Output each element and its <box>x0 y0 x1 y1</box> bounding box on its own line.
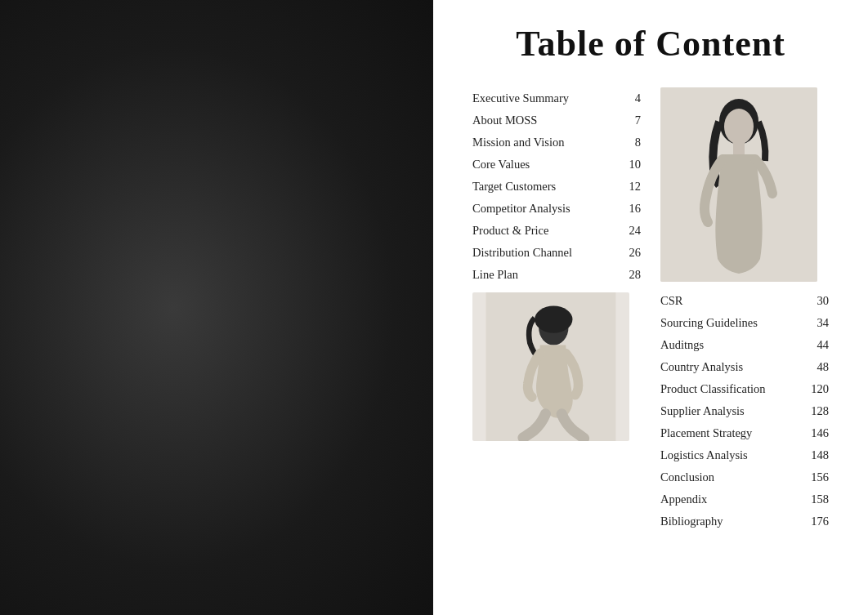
toc-entry: Logistics Analysis 148 <box>660 444 829 466</box>
top-right-photo <box>660 87 817 282</box>
content-area: Executive Summary 4 About MOSS 7 Mission… <box>472 87 829 533</box>
toc-entry: Country Analysis 48 <box>660 356 829 378</box>
toc-entry-page: 156 <box>804 470 829 484</box>
svg-point-2 <box>535 306 572 333</box>
toc-entry: Auditngs 44 <box>660 334 829 356</box>
toc-entry-name: Product Classification <box>660 382 804 396</box>
toc-entry-page: 146 <box>804 426 829 440</box>
toc-entry-name: Target Customers <box>472 180 616 194</box>
toc-entry: Target Customers 12 <box>472 176 641 198</box>
toc-entry: Product Classification 120 <box>660 378 829 400</box>
bottom-photo <box>472 292 629 441</box>
toc-entry-page: 8 <box>616 136 641 149</box>
toc-right-entries: CSR 30 Sourcing Guidelines 34 Auditngs 4… <box>660 290 829 533</box>
svg-rect-6 <box>733 143 745 154</box>
toc-entry: Bibliography 176 <box>660 510 829 533</box>
toc-entry: Executive Summary 4 <box>472 87 641 109</box>
toc-entry-name: Competitor Analysis <box>472 202 616 216</box>
toc-entry-name: Supplier Analysis <box>660 404 804 418</box>
toc-entry-name: Executive Summary <box>472 91 616 105</box>
toc-entry: CSR 30 <box>660 290 829 312</box>
toc-entry-name: Core Values <box>472 158 616 172</box>
toc-entry-name: Mission and Vision <box>472 136 616 149</box>
toc-entry-page: 10 <box>616 158 641 172</box>
toc-entry-name: Sourcing Guidelines <box>660 316 804 330</box>
toc-entry-page: 48 <box>804 360 829 374</box>
toc-entry-page: 16 <box>616 202 641 216</box>
toc-entry-page: 176 <box>804 515 829 528</box>
toc-entry: Conclusion 156 <box>660 466 829 488</box>
toc-entry-name: Product & Price <box>472 224 616 238</box>
toc-right-column: CSR 30 Sourcing Guidelines 34 Auditngs 4… <box>660 87 829 533</box>
toc-entry: Placement Strategy 146 <box>660 422 829 444</box>
toc-entry-name: Logistics Analysis <box>660 448 804 462</box>
toc-entry-page: 30 <box>804 294 829 308</box>
toc-entry-page: 34 <box>804 316 829 330</box>
toc-entry-name: Distribution Channel <box>472 246 616 260</box>
toc-entry-page: 148 <box>804 448 829 462</box>
toc-entry-page: 12 <box>616 180 641 194</box>
toc-entry: Competitor Analysis 16 <box>472 198 641 220</box>
left-image-panel <box>0 0 433 615</box>
right-content-panel: Table of Content Executive Summary 4 Abo… <box>433 0 868 615</box>
toc-entry-page: 24 <box>616 224 641 238</box>
toc-entry: Core Values 10 <box>472 154 641 176</box>
toc-entry-name: Bibliography <box>660 515 804 528</box>
toc-entry: Appendix 158 <box>660 488 829 510</box>
toc-entry: Distribution Channel 26 <box>472 242 641 264</box>
toc-entry: Sourcing Guidelines 34 <box>660 312 829 334</box>
page-title: Table of Content <box>472 23 829 65</box>
toc-entry-name: Country Analysis <box>660 360 804 374</box>
toc-entry-page: 128 <box>804 404 829 418</box>
svg-point-5 <box>724 109 754 145</box>
toc-entry-page: 26 <box>616 246 641 260</box>
toc-entry-name: Conclusion <box>660 470 804 484</box>
toc-entry: Line Plan 28 <box>472 264 641 286</box>
toc-left-entries: Executive Summary 4 About MOSS 7 Mission… <box>472 87 641 286</box>
toc-entry: Product & Price 24 <box>472 220 641 242</box>
toc-entry-page: 120 <box>804 382 829 396</box>
toc-entry-name: CSR <box>660 294 804 308</box>
toc-entry-page: 158 <box>804 492 829 506</box>
toc-entry: About MOSS 7 <box>472 109 641 131</box>
toc-entry-page: 4 <box>616 91 641 105</box>
toc-entry-page: 44 <box>804 338 829 352</box>
toc-entry-page: 28 <box>616 268 641 282</box>
toc-left-column: Executive Summary 4 About MOSS 7 Mission… <box>472 87 641 533</box>
toc-entry-name: About MOSS <box>472 114 616 127</box>
toc-entry-name: Appendix <box>660 492 804 506</box>
toc-entry: Mission and Vision 8 <box>472 131 641 154</box>
toc-entry-name: Auditngs <box>660 338 804 352</box>
toc-entry-name: Line Plan <box>472 268 616 282</box>
toc-entry-name: Placement Strategy <box>660 426 804 440</box>
toc-entry-page: 7 <box>616 114 641 127</box>
toc-entry: Supplier Analysis 128 <box>660 400 829 422</box>
